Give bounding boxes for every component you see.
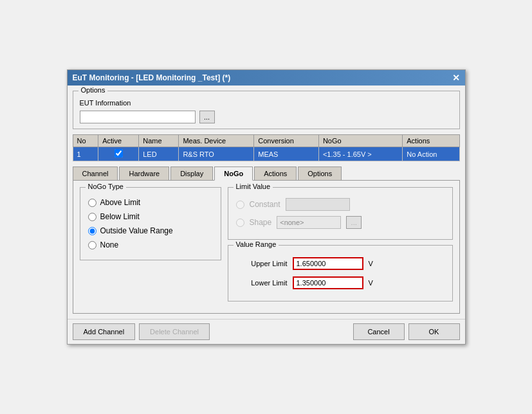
- tab-channel[interactable]: Channel: [73, 166, 118, 180]
- radio-below-limit[interactable]: [88, 213, 96, 221]
- cell-meas-device: R&S RTO: [179, 147, 254, 161]
- eut-input[interactable]: [80, 111, 196, 123]
- cell-conversion: MEAS: [254, 147, 319, 161]
- active-checkbox[interactable]: [115, 149, 123, 158]
- nogo-type-group-title: NoGo Type: [86, 183, 126, 190]
- radio-constant-label: Constant: [250, 200, 280, 209]
- value-range-group: Value Range Upper Limit V Lower Limit V: [228, 245, 453, 302]
- shape-value-input: [277, 216, 341, 229]
- radio-shape[interactable]: [236, 219, 244, 227]
- constant-value-input: [286, 198, 350, 211]
- cell-no: 1: [73, 147, 98, 161]
- radio-above-limit[interactable]: [88, 199, 96, 207]
- col-no: No: [73, 135, 98, 147]
- cancel-button[interactable]: Cancel: [353, 323, 405, 340]
- lower-unit: V: [369, 279, 373, 287]
- eut-browse-button[interactable]: ...: [199, 111, 215, 123]
- tab-inner: NoGo Type Above Limit Below Limit Outsid…: [80, 187, 453, 307]
- limit-value-group-title: Limit Value: [234, 183, 273, 190]
- col-name: Name: [139, 135, 179, 147]
- nogo-type-group: NoGo Type Above Limit Below Limit Outsid…: [80, 187, 221, 260]
- tab-hardware[interactable]: Hardware: [119, 166, 169, 180]
- main-window: EuT Monitoring - [LED Monitoring _Test] …: [67, 69, 466, 345]
- col-nogo: NoGo: [318, 135, 402, 147]
- tab-content-nogo: NoGo Type Above Limit Below Limit Outsid…: [73, 180, 460, 314]
- lower-limit-row: Lower Limit V: [236, 276, 445, 289]
- table-header-row: No Active Name Meas. Device Conversion N…: [73, 135, 459, 147]
- radio-outside-label: Outside Value Range: [100, 226, 173, 235]
- window-body: Options EUT Information ... No Active Na…: [68, 86, 465, 319]
- cell-nogo: <1.35 - 1.65V >: [318, 147, 402, 161]
- ok-button[interactable]: OK: [408, 323, 460, 340]
- cell-name: LED: [139, 147, 179, 161]
- radio-above-limit-label: Above Limit: [100, 198, 141, 207]
- tab-actions[interactable]: Actions: [254, 166, 297, 180]
- value-range-group-title: Value Range: [234, 240, 279, 248]
- window-title: EuT Monitoring - [LED Monitoring _Test] …: [73, 73, 231, 82]
- eut-info-label: EUT Information: [80, 99, 453, 107]
- eut-row: ...: [80, 111, 453, 123]
- cell-actions: No Action: [403, 147, 459, 161]
- tab-display[interactable]: Display: [170, 166, 213, 180]
- radio-outside-value-range[interactable]: [88, 227, 96, 235]
- title-bar: EuT Monitoring - [LED Monitoring _Test] …: [68, 70, 465, 86]
- upper-limit-label: Upper Limit: [236, 260, 288, 267]
- radio-none[interactable]: [88, 241, 96, 249]
- options-group: Options EUT Information ...: [73, 91, 460, 129]
- upper-limit-row: Upper Limit V: [236, 257, 445, 270]
- radio-shape-label: Shape: [250, 218, 272, 227]
- col-conversion: Conversion: [254, 135, 319, 147]
- radio-constant[interactable]: [236, 201, 244, 209]
- col-meas-device: Meas. Device: [179, 135, 254, 147]
- bottom-right-buttons: Cancel OK: [353, 323, 460, 340]
- cell-active: [98, 147, 139, 161]
- radio-none-label: None: [100, 240, 119, 249]
- options-group-title: Options: [78, 86, 108, 94]
- radio-row-above: Above Limit: [88, 198, 213, 207]
- table-row[interactable]: 1LEDR&S RTOMEAS<1.35 - 1.65V >No Action: [73, 147, 459, 161]
- lower-limit-input[interactable]: [293, 276, 363, 289]
- radio-row-below: Below Limit: [88, 212, 213, 221]
- constant-row: Constant: [236, 198, 445, 211]
- upper-unit: V: [369, 260, 373, 267]
- lower-limit-label: Lower Limit: [236, 279, 288, 287]
- bottom-left-buttons: Add Channel Delete Channel: [73, 323, 210, 340]
- tab-options[interactable]: Options: [298, 166, 342, 180]
- channel-table: No Active Name Meas. Device Conversion N…: [73, 134, 460, 161]
- radio-row-none: None: [88, 240, 213, 249]
- right-panel: Limit Value Constant Shape ...: [228, 187, 453, 307]
- shape-browse-button: ...: [346, 216, 362, 229]
- upper-limit-input[interactable]: [293, 257, 363, 270]
- nogo-type-panel: NoGo Type Above Limit Below Limit Outsid…: [80, 187, 221, 307]
- tabs-container: Channel Hardware Display NoGo Actions Op…: [73, 166, 460, 180]
- col-active: Active: [98, 135, 139, 147]
- delete-channel-button[interactable]: Delete Channel: [139, 323, 210, 340]
- bottom-buttons: Add Channel Delete Channel Cancel OK: [68, 319, 465, 344]
- radio-row-outside: Outside Value Range: [88, 226, 213, 235]
- limit-value-group: Limit Value Constant Shape ...: [228, 187, 453, 240]
- close-button[interactable]: ✕: [452, 73, 460, 83]
- radio-below-limit-label: Below Limit: [100, 212, 140, 221]
- add-channel-button[interactable]: Add Channel: [73, 323, 136, 340]
- shape-row: Shape ...: [236, 216, 445, 229]
- tab-nogo[interactable]: NoGo: [214, 166, 253, 181]
- col-actions: Actions: [403, 135, 459, 147]
